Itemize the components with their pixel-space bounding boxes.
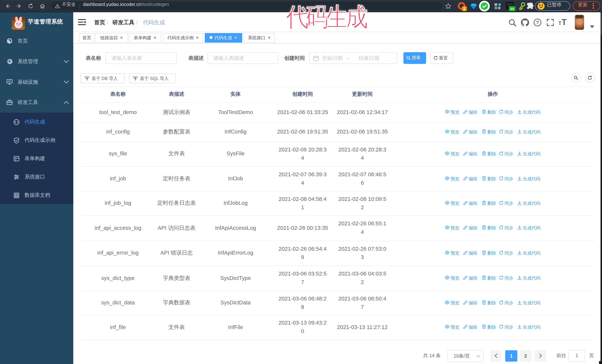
svg-text:?: ?: [536, 20, 539, 25]
svg-text:on: on: [510, 7, 514, 10]
svg-text:1: 1: [463, 7, 465, 11]
